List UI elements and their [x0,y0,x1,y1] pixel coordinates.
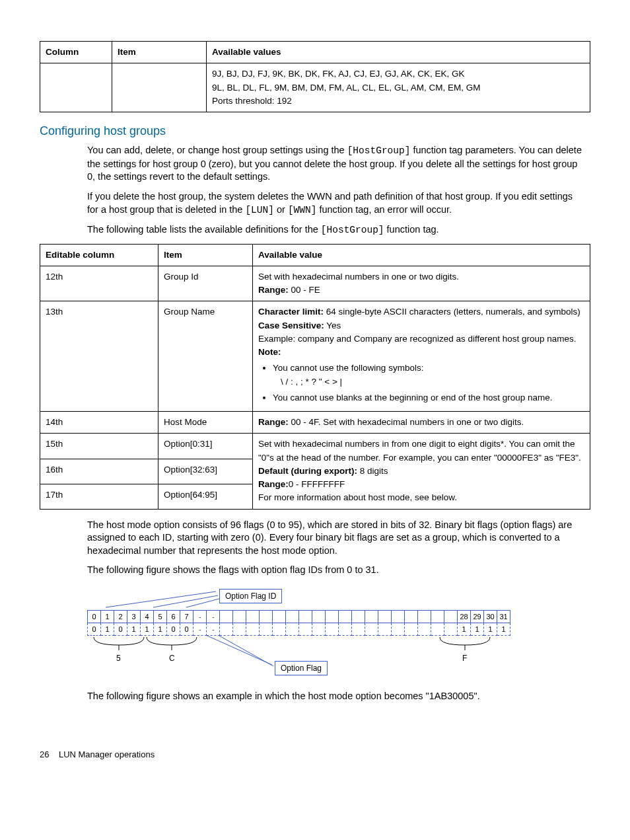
figure-cell: 1 [484,623,497,635]
table-row: 15th Option[0:31] Set with hexadecimal n… [40,434,590,459]
label-option-flag-id: Option Flag ID [219,589,282,603]
cell: Character limit: 64 single-byte ASCII ch… [253,301,590,412]
figure-cell [365,610,378,623]
paragraph: The following figure shows an example in… [87,690,585,703]
figure-cell [405,610,418,623]
cell: Set with hexadecimal numbers in one or t… [253,266,590,301]
figure-cell [260,623,273,635]
figure-cell [233,610,246,623]
figure-cell [312,610,326,623]
cell: Option[0:31] [158,434,253,459]
list-item: You cannot use the following symbols: \ … [273,362,584,389]
figure-cell: 30 [484,610,497,623]
code: [HostGroup] [321,225,384,235]
figure-cell: 3 [127,610,141,623]
figure-cell: 0 [88,610,101,623]
figure-cell: 0 [114,623,127,635]
figure-cell: 0 [88,623,101,635]
figure-cell [365,623,378,635]
figure-cell: 31 [497,610,510,623]
figure-row-ids: 01234567....28293031 [88,610,510,623]
figure-cell: .. [207,610,220,623]
cell: 14th [40,412,158,434]
figure-cell: 0 [167,623,180,635]
figure-cell: 5 [154,610,167,623]
figure-cell [299,623,312,635]
section-heading: Configuring host groups [40,123,590,139]
figure-cell [405,623,418,635]
figure-cell: 1 [141,623,154,635]
figure-cell [326,623,339,635]
figure-cell: 0 [180,623,193,635]
th-item: Item [158,244,253,266]
label-option-flag: Option Flag [275,661,328,675]
text: Ports threshold: 192 [212,96,292,106]
cell: Option[32:63] [158,459,253,484]
figure-cell: 1 [154,623,167,635]
figure-cell: 1 [471,623,484,635]
figure-cell: 1 [458,623,471,635]
th-item: Item [112,42,207,63]
svg-line-6 [207,636,272,665]
figure-cell [378,610,392,623]
figure-cell: 1 [127,623,141,635]
figure-cell [286,610,299,623]
cell: Set with hexadecimal numbers in from one… [253,434,590,509]
figure-cell [418,623,431,635]
cell: Host Mode [158,412,253,434]
svg-line-7 [219,636,273,666]
cell: 9J, BJ, DJ, FJ, 9K, BK, DK, FK, AJ, CJ, … [207,63,590,112]
figure-cell: 28 [458,610,471,623]
paragraph: The following table lists the available … [87,223,585,237]
figure-row-bits: 01011100....1111 [88,623,510,635]
list-item: You cannot use blanks at the beginning o… [273,391,584,404]
figure-cell: 29 [471,610,484,623]
cell [40,63,112,112]
th-column: Column [40,42,112,63]
table-row: 13th Group Name Character limit: 64 sing… [40,301,590,412]
figure-cell [233,623,246,635]
text: 9J, BJ, DJ, FJ, 9K, BK, DK, FK, AJ, CJ, … [212,69,465,79]
figure-cell [260,610,273,623]
figure-cell: 1 [101,610,114,623]
symbols: \ / : , ; * ? " < > | [281,375,584,389]
figure-cell [286,623,299,635]
figure-cell [273,623,286,635]
cell: Option[64:95] [158,484,253,509]
figure-cell [326,610,339,623]
cell: 16th [40,459,158,484]
cell [112,63,207,112]
figure-cell [273,610,286,623]
th-available-value: Available value [253,244,590,266]
figure-cell [444,623,458,635]
figure-cell [352,623,365,635]
figure-cell [392,623,405,635]
figure-cell [246,623,260,635]
cell: Group Id [158,266,253,301]
hex-label: F [462,653,467,664]
code: [HostGroup] [347,145,411,156]
figure-cell [246,610,260,623]
hex-label: C [169,653,175,664]
figure-cell [220,623,233,635]
table-definitions: Editable column Item Available value 12t… [40,244,590,510]
figure-cell [392,610,405,623]
figure-cell: .. [207,623,220,635]
th-editable-column: Editable column [40,244,158,266]
cell: 12th [40,266,158,301]
figure-cell: 6 [167,610,180,623]
code: [WWN] [288,205,317,215]
paragraph: You can add, delete, or change host grou… [87,144,585,184]
paragraph: The host mode option consists of 96 flag… [87,519,585,558]
figure-cell [339,623,352,635]
th-available-values: Available values [207,42,590,63]
figure-cell: 7 [180,610,193,623]
figure-option-flags: Option Flag ID 01234567....28293031 0101… [87,589,590,678]
figure-cell [418,610,431,623]
cell: 17th [40,484,158,509]
table-row: 14th Host Mode Range: 00 - 4F. Set with … [40,412,590,434]
figure-cell [299,610,312,623]
svg-line-0 [106,592,216,607]
paragraph: The following figure shows the flags wit… [87,564,585,577]
hex-label: 5 [116,653,121,664]
